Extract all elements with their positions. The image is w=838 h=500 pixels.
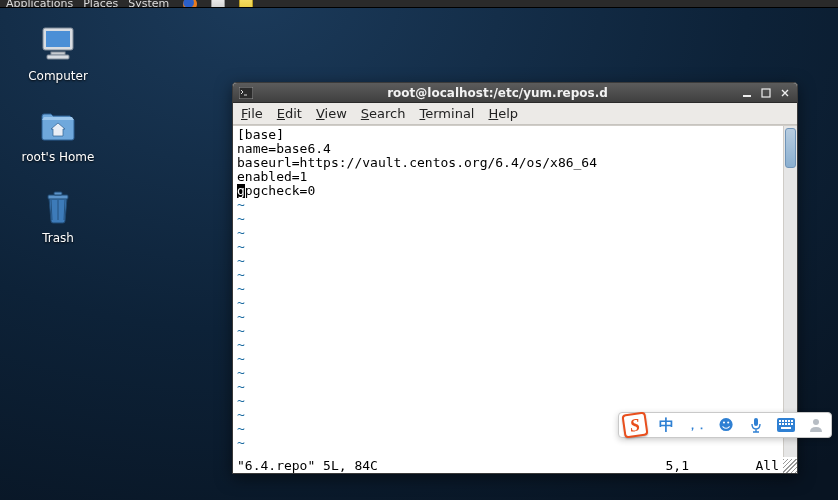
desktop-label: Computer <box>28 69 88 83</box>
ime-emoji-icon[interactable]: ☻ <box>715 415 737 435</box>
scrollbar-vertical[interactable] <box>783 126 797 457</box>
resize-grip[interactable] <box>783 459 797 473</box>
svg-rect-4 <box>48 195 68 199</box>
svg-rect-15 <box>791 420 793 422</box>
folder-home-icon <box>37 105 79 147</box>
svg-rect-13 <box>785 420 787 422</box>
top-menu-places[interactable]: Places <box>83 0 118 8</box>
maximize-button[interactable] <box>757 86 774 100</box>
terminal-content[interactable]: [base] name=base6.4 baseurl=https://vaul… <box>233 126 783 457</box>
input-method-toolbar[interactable]: S 中 ，． ☻ <box>618 412 832 438</box>
ime-punct-icon[interactable]: ，． <box>685 415 707 435</box>
trash-icon <box>37 186 79 228</box>
svg-rect-6 <box>239 87 253 99</box>
vim-status-line: "6.4.repo" 5L, 84C 5,1 All <box>233 457 797 473</box>
note-icon[interactable] <box>239 0 253 8</box>
svg-rect-5 <box>54 192 62 195</box>
desktop-area: Computer root's Home Trash <box>18 24 98 245</box>
menu-help[interactable]: Help <box>488 106 518 121</box>
desktop-icon-trash[interactable]: Trash <box>18 186 98 245</box>
svg-rect-21 <box>781 427 791 429</box>
desktop-icon-home[interactable]: root's Home <box>18 105 98 164</box>
svg-rect-18 <box>785 423 787 425</box>
ime-mic-icon[interactable] <box>745 415 767 435</box>
svg-rect-9 <box>754 418 758 426</box>
scrollbar-thumb[interactable] <box>785 128 796 168</box>
window-title: root@localhost:/etc/yum.repos.d <box>259 86 736 100</box>
sogou-logo-icon[interactable]: S <box>621 411 648 438</box>
menu-file[interactable]: File <box>241 106 263 121</box>
close-button[interactable] <box>776 86 793 100</box>
svg-rect-3 <box>47 55 69 59</box>
status-position: 5,1 <box>629 458 729 473</box>
svg-rect-14 <box>788 420 790 422</box>
computer-icon <box>37 24 79 66</box>
svg-rect-20 <box>791 423 793 425</box>
top-menu-applications[interactable]: Applications <box>6 0 73 8</box>
menu-search[interactable]: Search <box>361 106 406 121</box>
ime-user-icon[interactable] <box>805 415 827 435</box>
menu-edit[interactable]: Edit <box>277 106 302 121</box>
status-scroll: All <box>729 458 779 473</box>
svg-rect-11 <box>779 420 781 422</box>
status-left: "6.4.repo" 5L, 84C <box>237 458 629 473</box>
desktop-label: root's Home <box>22 150 95 164</box>
ime-language-toggle[interactable]: 中 <box>655 415 677 435</box>
terminal-icon <box>237 86 255 100</box>
svg-rect-1 <box>46 31 70 47</box>
firefox-icon[interactable] <box>183 0 197 8</box>
svg-rect-7 <box>743 95 751 97</box>
menu-terminal[interactable]: Terminal <box>420 106 475 121</box>
file-manager-icon[interactable] <box>211 0 225 8</box>
svg-rect-8 <box>762 89 770 97</box>
minimize-button[interactable] <box>738 86 755 100</box>
desktop-label: Trash <box>42 231 74 245</box>
svg-rect-12 <box>782 420 784 422</box>
menubar: File Edit View Search Terminal Help <box>233 103 797 125</box>
ime-softkeyboard-icon[interactable] <box>775 415 797 435</box>
desktop-icon-computer[interactable]: Computer <box>18 24 98 83</box>
svg-rect-16 <box>779 423 781 425</box>
svg-rect-19 <box>788 423 790 425</box>
svg-rect-17 <box>782 423 784 425</box>
menu-view[interactable]: View <box>316 106 347 121</box>
titlebar[interactable]: root@localhost:/etc/yum.repos.d <box>233 83 797 103</box>
svg-point-22 <box>813 419 819 425</box>
top-menu-system[interactable]: System <box>128 0 169 8</box>
top-panel: Applications Places System <box>0 0 838 8</box>
